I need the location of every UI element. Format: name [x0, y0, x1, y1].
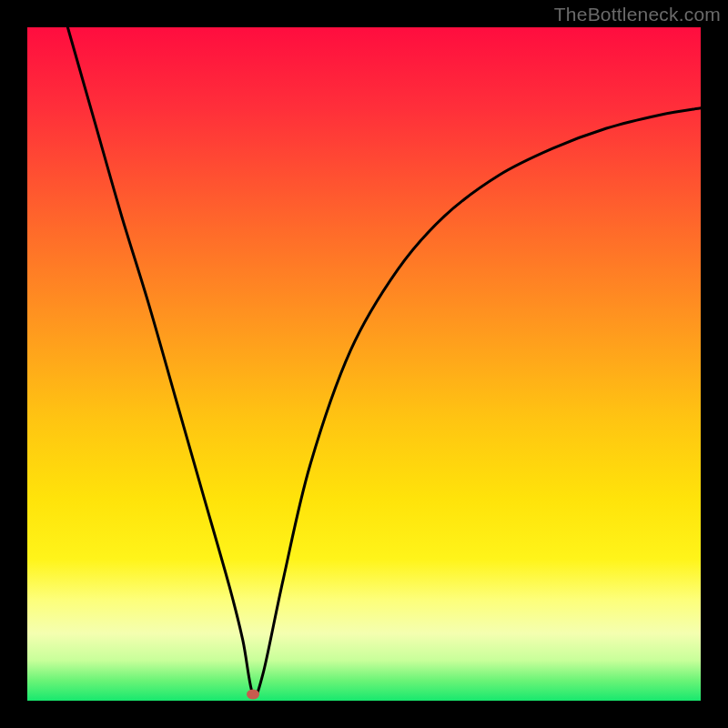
curve-path	[67, 27, 701, 696]
chart-frame: TheBottleneck.com	[0, 0, 728, 728]
minimum-marker	[247, 689, 259, 699]
watermark-text: TheBottleneck.com	[554, 4, 721, 25]
bottleneck-curve	[27, 27, 701, 701]
plot-area	[27, 27, 701, 701]
